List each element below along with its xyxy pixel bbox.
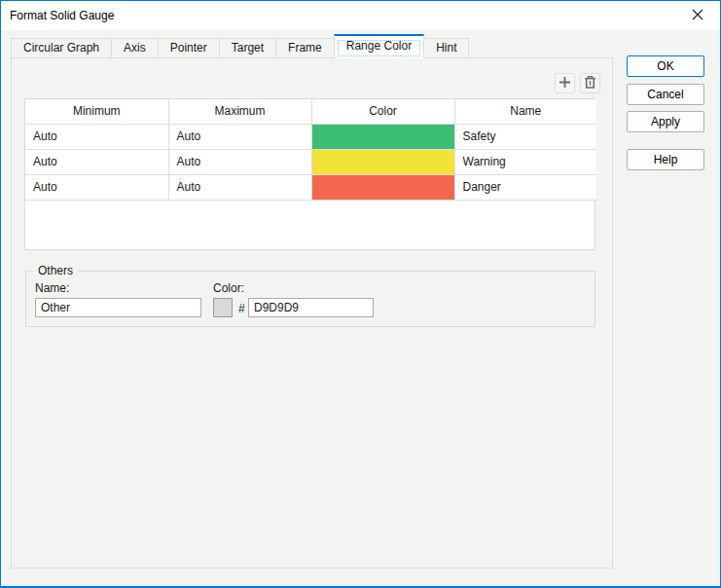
add-range-button[interactable]	[555, 73, 575, 93]
other-name-input[interactable]	[35, 298, 201, 317]
close-icon	[692, 9, 703, 23]
maximum-cell[interactable]: Auto	[168, 149, 311, 174]
delete-range-button[interactable]	[580, 73, 600, 93]
tab-range-color[interactable]: Range Color	[334, 34, 424, 58]
other-color-swatch[interactable]	[213, 298, 233, 317]
tab-circular-graph[interactable]: Circular Graph	[11, 38, 112, 57]
format-solid-gauge-dialog: { "window": { "title": "Format Solid Gau…	[0, 0, 721, 588]
maximum-cell[interactable]: Auto	[168, 124, 311, 149]
color-swatch-cell[interactable]	[311, 174, 454, 200]
minimum-cell[interactable]: Auto	[25, 149, 168, 174]
window-title: Format Solid Gauge	[10, 1, 114, 30]
titlebar: Format Solid Gauge	[1, 1, 720, 30]
trash-icon	[583, 75, 597, 92]
column-header-name: Name	[454, 99, 596, 124]
column-header-maximum: Maximum	[168, 99, 311, 124]
others-group: Others Name: Color: #	[25, 271, 595, 327]
other-color-hex-input[interactable]	[248, 298, 374, 317]
range-color-panel: Minimum Maximum Color Name Auto Auto Saf…	[11, 57, 613, 569]
close-button[interactable]	[681, 1, 714, 30]
range-color-table: Minimum Maximum Color Name Auto Auto Saf…	[24, 98, 595, 250]
help-button[interactable]: Help	[627, 149, 704, 170]
maximum-cell[interactable]: Auto	[168, 174, 311, 200]
color-swatch-cell[interactable]	[311, 149, 454, 174]
hash-symbol: #	[238, 302, 245, 315]
table-row: Auto Auto Safety	[25, 124, 596, 149]
tab-frame[interactable]: Frame	[275, 38, 335, 57]
ok-button[interactable]: OK	[627, 55, 704, 77]
plus-icon	[558, 75, 572, 92]
tab-hint[interactable]: Hint	[423, 38, 469, 57]
cancel-button[interactable]: Cancel	[627, 84, 704, 105]
column-header-color: Color	[311, 99, 454, 124]
name-cell[interactable]: Safety	[454, 124, 596, 149]
color-swatch-cell[interactable]	[311, 124, 454, 149]
minimum-cell[interactable]: Auto	[25, 174, 168, 200]
tab-strip: Circular Graph Axis Pointer Target Frame…	[11, 36, 468, 57]
apply-button[interactable]: Apply	[627, 111, 704, 132]
name-label: Name:	[35, 281, 69, 295]
table-row: Auto Auto Danger	[25, 174, 596, 200]
table-row: Auto Auto Warning	[25, 149, 596, 174]
minimum-cell[interactable]: Auto	[25, 124, 168, 149]
color-label: Color:	[213, 281, 244, 295]
others-group-label: Others	[33, 264, 78, 277]
tab-target[interactable]: Target	[219, 38, 276, 57]
column-header-minimum: Minimum	[25, 99, 168, 124]
table-header-row: Minimum Maximum Color Name	[25, 99, 596, 124]
tab-axis[interactable]: Axis	[111, 38, 159, 57]
name-cell[interactable]: Warning	[454, 149, 596, 174]
name-cell[interactable]: Danger	[454, 174, 596, 200]
tab-pointer[interactable]: Pointer	[158, 38, 220, 57]
